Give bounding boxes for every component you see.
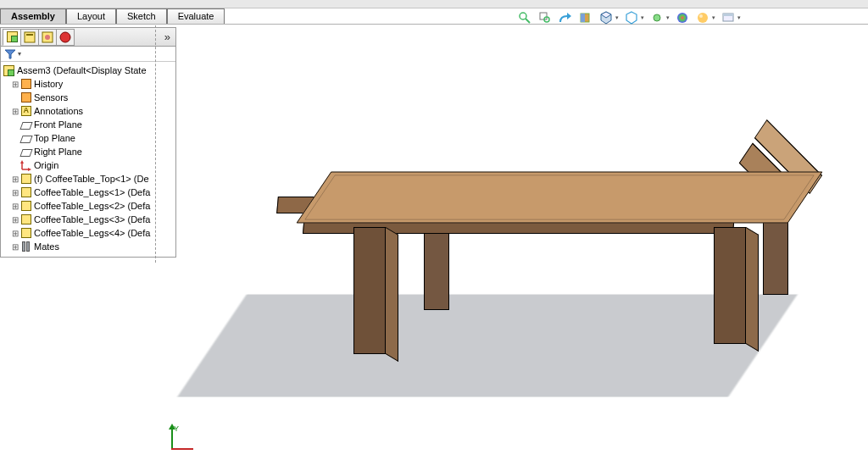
tree-item-origin[interactable]: Origin <box>1 158 175 172</box>
tree-item-mates[interactable]: ⊞ Mates <box>1 240 175 253</box>
expand-toggle-icon[interactable]: ⊞ <box>10 202 19 211</box>
dropdown-caret-icon[interactable]: ▾ <box>737 14 741 21</box>
tree-item-label: CoffeeTable_Legs<2> (Defa <box>34 201 150 211</box>
svg-point-16 <box>60 32 70 42</box>
expand-toggle-icon[interactable]: ⊞ <box>10 107 19 116</box>
tree-item-label: Mates <box>34 241 59 252</box>
part-icon <box>19 227 32 240</box>
property-manager-tab[interactable] <box>20 29 39 46</box>
heads-up-view-toolbar: ▾ ▾ ▾ ▾ ▾ <box>517 10 741 25</box>
model-top-surface <box>297 172 823 224</box>
tree-item-part-leg1[interactable]: ⊞ CoffeeTable_Legs<1> (Defa <box>1 186 175 199</box>
tab-assembly[interactable]: Assembly <box>0 8 66 24</box>
app-titlebar-fragment <box>0 0 868 8</box>
configuration-manager-tab[interactable] <box>38 29 57 46</box>
apply-scene-icon[interactable] <box>695 10 710 25</box>
dropdown-caret-icon: ▾ <box>18 50 21 58</box>
hide-show-items-icon[interactable] <box>649 10 665 25</box>
tree-item-label: Front Plane <box>34 119 82 130</box>
svg-point-7 <box>677 13 687 23</box>
config-icon <box>42 31 53 43</box>
tree-item-part-top[interactable]: ⊞ (f) CoffeeTable_Top<1> (De <box>1 172 175 186</box>
tab-label: Assembly <box>11 11 55 21</box>
feature-manager-tab[interactable] <box>3 29 21 46</box>
plane-icon <box>19 119 32 131</box>
dropdown-caret-icon[interactable]: ▾ <box>712 14 715 21</box>
view-orientation-icon[interactable] <box>598 10 614 25</box>
tree-filter-row[interactable]: ▾ <box>1 47 175 62</box>
view-settings-icon[interactable] <box>721 10 736 25</box>
expand-panel-icon[interactable]: » <box>164 30 170 43</box>
model-leg-front-right <box>714 227 746 344</box>
expand-toggle-icon[interactable]: ⊞ <box>10 215 19 224</box>
expand-toggle-icon[interactable]: ⊞ <box>10 242 19 252</box>
tree-item-part-leg4[interactable]: ⊞ CoffeeTable_Legs<4> (Defa <box>1 226 175 240</box>
filter-icon <box>4 49 16 59</box>
previous-view-icon[interactable] <box>558 10 573 25</box>
dropdown-caret-icon[interactable]: ▾ <box>641 14 644 21</box>
tree-item-top-plane[interactable]: Top Plane <box>1 131 175 145</box>
triad-y-axis <box>171 428 173 450</box>
model-leg-front-left-side <box>386 227 398 362</box>
tree-item-history[interactable]: ⊞ History <box>1 77 175 91</box>
model-shadow <box>177 295 798 397</box>
feature-manager-panel: » ▾ Assem3 (Default<Display State ⊞ Hist… <box>0 27 176 258</box>
tab-layout[interactable]: Layout <box>66 8 116 24</box>
property-icon <box>24 31 36 43</box>
tree-item-right-plane[interactable]: Right Plane <box>1 145 175 158</box>
orientation-triad[interactable]: Y <box>161 423 195 457</box>
manager-tab-strip: » <box>1 28 175 47</box>
zoom-to-fit-icon[interactable] <box>517 10 532 25</box>
tree-item-label: Annotations <box>34 106 83 116</box>
model-coffee-table[interactable] <box>314 151 805 388</box>
tree-item-front-plane[interactable]: Front Plane <box>1 118 175 131</box>
expand-toggle-icon[interactable]: ⊞ <box>10 229 19 238</box>
tree-root-assembly[interactable]: Assem3 (Default<Display State <box>1 64 175 77</box>
dimxpert-manager-tab[interactable] <box>56 29 75 46</box>
part-icon <box>19 200 32 213</box>
expand-toggle-icon[interactable]: ⊞ <box>10 175 19 184</box>
folder-history-icon <box>19 78 32 91</box>
tree-item-label: Sensors <box>34 92 68 103</box>
expand-toggle-icon[interactable]: ⊞ <box>10 80 19 89</box>
plane-icon <box>19 132 32 145</box>
tree-item-part-leg2[interactable]: ⊞ CoffeeTable_Legs<2> (Defa <box>1 199 175 213</box>
zoom-to-area-icon[interactable] <box>537 10 553 25</box>
section-view-icon[interactable] <box>578 10 593 25</box>
dimxpert-icon <box>59 31 71 43</box>
expand-toggle-icon[interactable]: ⊞ <box>10 188 19 197</box>
tree-item-label: CoffeeTable_Legs<3> (Defa <box>34 214 150 224</box>
model-leg-front-right-side <box>746 227 759 352</box>
edit-appearance-icon[interactable] <box>675 10 690 25</box>
tree-root-label: Assem3 (Default<Display State <box>17 65 147 75</box>
svg-point-8 <box>698 13 708 23</box>
tree-item-annotations[interactable]: ⊞ A Annotations <box>1 104 175 118</box>
tab-evaluate[interactable]: Evaluate <box>167 8 225 24</box>
panel-splitter[interactable] <box>155 25 156 263</box>
tab-label: Sketch <box>127 11 156 21</box>
model-leg-front-left <box>353 227 386 354</box>
display-style-icon[interactable] <box>624 10 639 25</box>
dropdown-caret-icon[interactable]: ▾ <box>615 14 619 21</box>
tree-item-label: (f) CoffeeTable_Top<1> (De <box>34 174 149 184</box>
tree-item-label: Origin <box>34 160 58 170</box>
tree-item-part-leg3[interactable]: ⊞ CoffeeTable_Legs<3> (Defa <box>1 213 175 226</box>
svg-line-1 <box>526 19 530 23</box>
tab-sketch[interactable]: Sketch <box>116 8 167 24</box>
tree-item-label: CoffeeTable_Legs<1> (Defa <box>34 187 150 197</box>
tree-item-sensors[interactable]: Sensors <box>1 91 175 104</box>
part-icon <box>19 213 32 226</box>
svg-marker-19 <box>20 160 24 163</box>
svg-point-6 <box>654 14 660 21</box>
svg-rect-5 <box>581 14 585 22</box>
svg-point-9 <box>699 14 703 18</box>
svg-rect-11 <box>723 14 733 16</box>
part-icon <box>19 173 32 186</box>
dropdown-caret-icon[interactable]: ▾ <box>666 14 670 21</box>
design-tree: Assem3 (Default<Display State ⊞ History … <box>1 62 175 257</box>
svg-rect-12 <box>25 32 35 42</box>
sensors-icon <box>19 91 32 104</box>
mates-icon <box>19 241 32 253</box>
svg-point-15 <box>45 35 50 40</box>
triad-y-label: Y <box>174 424 179 433</box>
